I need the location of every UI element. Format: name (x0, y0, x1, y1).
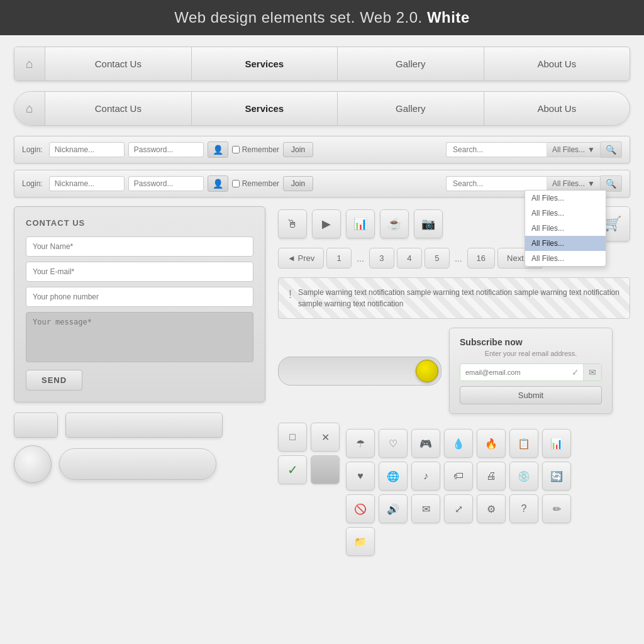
dropdown-item-0[interactable]: All Files... (525, 191, 606, 206)
page-3-btn[interactable]: 3 (369, 248, 394, 269)
dropdown-item-3[interactable]: All Files... (525, 236, 606, 251)
mouse-icon-btn[interactable]: 🖱 (278, 209, 307, 238)
join-btn-2[interactable]: Join (283, 176, 313, 191)
ban-icon-btn[interactable]: 🚫 (346, 494, 375, 523)
nav-item-about-1[interactable]: About Us (484, 47, 630, 80)
music-note-icon-btn[interactable]: ♪ (411, 462, 440, 491)
flame-icon-btn[interactable]: 🔥 (477, 429, 506, 458)
edit-icon-btn[interactable]: ✏ (542, 494, 571, 523)
subscribe-submit-btn[interactable]: Submit (460, 386, 602, 404)
checkbox-empty-btn[interactable]: □ (278, 423, 307, 452)
warning-icon: ! (289, 288, 292, 301)
phone-input[interactable] (26, 287, 253, 307)
warning-text: Sample warning text notification sample … (298, 287, 619, 309)
prev-btn[interactable]: ◄ Prev (278, 248, 324, 269)
login-bar-1: Login: 👤 Remember Join All Files... ▼ 🔍 (14, 136, 630, 164)
nav-item-contact-1[interactable]: Contact Us (45, 47, 191, 80)
checkmark-btn[interactable]: ✓ (278, 455, 307, 484)
heart-shield-icon-btn[interactable]: ♡ (379, 429, 408, 458)
nav-item-about-2[interactable]: About Us (484, 92, 630, 125)
nav-item-services-1[interactable]: Services (192, 47, 338, 80)
speaker-icon-btn[interactable]: 🔊 (379, 494, 408, 523)
print-icon-btn[interactable]: 🖨 (477, 462, 506, 491)
page-5-btn[interactable]: 5 (425, 248, 450, 269)
password-input-1[interactable] (128, 142, 204, 157)
heart-icon-btn[interactable]: ♥ (346, 462, 375, 491)
email-input[interactable] (26, 262, 253, 282)
umbrella-icon-btn[interactable]: ☂ (346, 429, 375, 458)
doc-icon-btn[interactable]: 📋 (509, 429, 538, 458)
gamepad-icon-btn[interactable]: 🎮 (411, 429, 440, 458)
coffee-icon-btn[interactable]: ☕ (380, 209, 409, 238)
nav-home-2[interactable]: ⌂ (14, 92, 45, 125)
search-input-2[interactable] (446, 176, 547, 191)
user-icon-btn-2[interactable]: 👤 (208, 175, 228, 192)
wide-btn-1[interactable] (65, 413, 223, 438)
disc-icon-btn[interactable]: 💿 (509, 462, 538, 491)
title-bold: White (427, 9, 470, 26)
toggle-track[interactable] (278, 357, 441, 386)
sliders-icon-btn[interactable]: ⚙ (477, 494, 506, 523)
page-4-btn[interactable]: 4 (397, 248, 422, 269)
page-1-btn[interactable]: 1 (326, 248, 352, 269)
all-files-dropdown-1[interactable]: All Files... ▼ (547, 142, 601, 157)
nav-item-contact-2[interactable]: Contact Us (45, 92, 191, 125)
mail-icon-btn[interactable]: ✉ (411, 494, 440, 523)
nav-bar-2: ⌂ Contact Us Services Gallery About Us (14, 91, 630, 126)
dropdown-item-2[interactable]: All Files... (525, 221, 606, 236)
left-column: CONTACT US SEND (14, 206, 265, 556)
square-btn-1[interactable] (14, 413, 58, 438)
remember-checkbox-1[interactable] (232, 146, 240, 153)
name-input[interactable] (26, 236, 253, 257)
nav-item-gallery-1[interactable]: Gallery (338, 47, 484, 80)
user-icon-btn-1[interactable]: 👤 (208, 142, 228, 158)
remember-label-2[interactable]: Remember (232, 179, 279, 188)
help-icon-btn[interactable]: ? (509, 494, 538, 523)
remember-checkbox-2[interactable] (232, 180, 240, 187)
subscribe-box: Subscribe now Enter your real email addr… (449, 328, 613, 414)
filled-square-btn[interactable] (311, 455, 340, 484)
search-input-1[interactable] (446, 142, 547, 157)
join-btn-1[interactable]: Join (283, 142, 313, 157)
remember-label-1[interactable]: Remember (232, 145, 279, 154)
all-files-dropdown-2[interactable]: All Files... ▼ (547, 176, 601, 191)
dropdown-item-4[interactable]: All Files... (525, 251, 606, 266)
tag-icon-btn[interactable]: 🏷 (444, 462, 473, 491)
nav-home-1[interactable]: ⌂ (14, 47, 45, 80)
home-icon-1: ⌂ (26, 57, 33, 71)
email-subscribe-input[interactable] (460, 365, 568, 380)
nickname-input-1[interactable] (49, 142, 125, 157)
nav-item-services-2[interactable]: Services (192, 92, 338, 125)
chevron-down-icon-1: ▼ (587, 145, 595, 154)
folder-icon-btn[interactable]: 📁 (346, 527, 375, 556)
subscribe-title: Subscribe now (460, 337, 602, 347)
dots-2: ... (452, 253, 465, 264)
ui-elements-row-1 (14, 413, 265, 438)
email-send-icon[interactable]: ✉ (583, 364, 601, 380)
search-btn-1[interactable]: 🔍 (601, 142, 622, 158)
chart-icon-btn[interactable]: 📊 (346, 209, 375, 238)
nickname-input-2[interactable] (49, 176, 125, 191)
login-bar-2-container: Login: 👤 Remember Join All Files... ▼ 🔍 … (14, 170, 630, 197)
x-btn[interactable]: ✕ (311, 423, 340, 452)
drop-icon-btn[interactable]: 💧 (444, 429, 473, 458)
music-player-icon-btn[interactable]: ▶ (312, 209, 341, 238)
message-textarea[interactable] (26, 312, 253, 362)
expand-icon-btn[interactable]: ⤢ (444, 494, 473, 523)
dropdown-item-1[interactable]: All Files... (525, 206, 606, 221)
small-icon-grid: ☂ ♡ 🎮 💧 🔥 📋 📊 ♥ 🌐 ♪ 🏷 🖨 💿 🔄 🚫 🔊 (346, 429, 571, 556)
checkbox-icons-col: □ ✕ ✓ (278, 423, 340, 556)
refresh-icon-btn[interactable]: 🔄 (542, 462, 571, 491)
pill-btn-1[interactable] (59, 448, 216, 480)
send-button[interactable]: SEND (26, 370, 82, 391)
password-input-2[interactable] (128, 176, 204, 191)
title-bar: Web design elements set. Web 2.0. White (0, 0, 644, 35)
camera-icon-btn[interactable]: 📷 (414, 209, 443, 238)
page-16-btn[interactable]: 16 (467, 248, 495, 269)
dropdown-menu: All Files... All Files... All Files... A… (525, 190, 606, 267)
email-input-row: ✓ ✉ (460, 364, 602, 381)
nav-item-gallery-2[interactable]: Gallery (338, 92, 484, 125)
bar-chart-icon-btn[interactable]: 📊 (542, 429, 571, 458)
globe-icon-btn[interactable]: 🌐 (379, 462, 408, 491)
circle-btn-1[interactable] (14, 445, 52, 483)
